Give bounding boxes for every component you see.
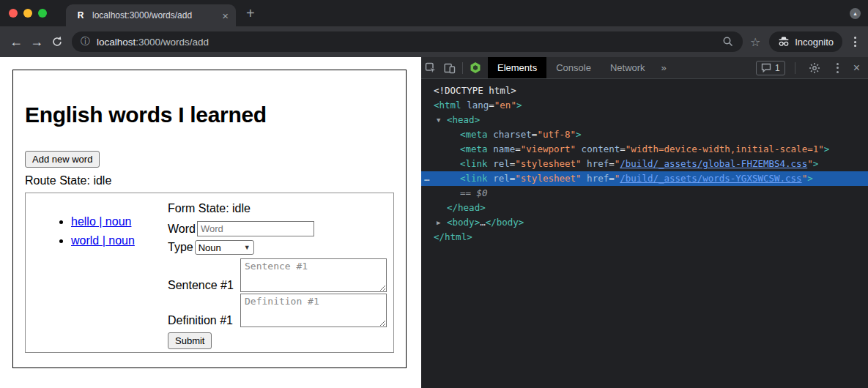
nodejs-extension-icon[interactable]	[466, 59, 485, 78]
code-token: </body>	[486, 217, 524, 228]
dom-tree-line[interactable]: <meta charset="utf-8">	[421, 127, 868, 142]
dom-tree-line[interactable]: …<link rel="stylesheet" href="/build/_as…	[421, 171, 868, 186]
definition-label: Definition #1	[168, 314, 239, 327]
devtools-menu-icon[interactable]	[831, 60, 845, 76]
dom-tree: <!DOCTYPE html><html lang="en">▼<head><m…	[421, 79, 868, 388]
code-token: =	[515, 143, 521, 154]
incognito-badge: Incognito	[769, 31, 842, 52]
words-panel: hello | nounworld | noun Form State: idl…	[25, 193, 394, 353]
code-token: >	[824, 143, 830, 154]
address-bar[interactable]: ⓘ localhost:3000/words/add	[72, 31, 743, 52]
collapse-arrow-icon[interactable]: ▶	[437, 215, 440, 230]
window-controls	[0, 9, 59, 18]
device-toolbar-icon[interactable]	[440, 59, 459, 78]
browser-menu-icon[interactable]	[848, 34, 862, 50]
code-token: "en"	[494, 100, 516, 111]
devtools-tab-network[interactable]: Network	[601, 57, 655, 78]
dom-tree-line[interactable]: <html lang="en">	[421, 98, 868, 113]
code-token: >	[813, 158, 819, 169]
sentence-textarea[interactable]	[240, 258, 387, 292]
word-list-item: world | noun	[71, 234, 168, 247]
more-actions-icon[interactable]: …	[424, 171, 431, 185]
code-token: "	[807, 158, 813, 169]
stylesheet-link[interactable]: /build/_assets/global-FHZEMBS4.css	[620, 158, 807, 169]
tab-strip: R localhost:3000/words/add × + ▲	[0, 0, 868, 26]
reload-button[interactable]	[47, 31, 67, 52]
code-token: <meta	[460, 143, 488, 154]
browser-tab[interactable]: R localhost:3000/words/add ×	[66, 4, 236, 26]
word-input[interactable]	[197, 221, 314, 236]
code-token: <head>	[447, 114, 480, 125]
devtools-settings-icon[interactable]	[805, 59, 824, 78]
word-link[interactable]: hello | noun	[71, 215, 131, 228]
toolbar-divider	[462, 62, 463, 74]
url-text: localhost:3000/words/add	[97, 37, 209, 48]
page-title: English words I learned	[25, 102, 406, 127]
code-token: charset	[488, 129, 532, 140]
dom-tree-line[interactable]: </html>	[421, 230, 868, 245]
code-token: href	[582, 158, 609, 169]
code-token: "stylesheet"	[515, 158, 581, 169]
update-icon[interactable]: ▲	[850, 8, 861, 19]
devtools-toolbar: ElementsConsoleNetwork » 1	[421, 57, 868, 79]
code-token: <link	[460, 173, 488, 184]
app-container: English words I learned Add new word Rou…	[12, 70, 407, 368]
new-tab-button[interactable]: +	[243, 6, 258, 20]
dom-tree-line[interactable]: <meta name="viewport" content="width=dev…	[421, 142, 868, 157]
dom-tree-line[interactable]: </head>	[421, 201, 868, 215]
form-state-text: Form State: idle	[168, 202, 393, 215]
devtools-tab-elements[interactable]: Elements	[488, 57, 546, 78]
back-button[interactable]: ←	[6, 31, 26, 52]
devtools-panel: ElementsConsoleNetwork » 1	[421, 57, 868, 388]
code-token: "viewport"	[521, 143, 576, 154]
route-state-text: Route State: idle	[25, 174, 406, 187]
code-token: <!DOCTYPE html>	[434, 85, 516, 96]
devtools-tab-console[interactable]: Console	[546, 57, 601, 78]
code-token: <link	[460, 158, 488, 169]
dom-tree-line[interactable]: ▼<head>	[421, 113, 868, 127]
stylesheet-link[interactable]: /build/_assets/words-YGXSWCSW.css	[620, 173, 801, 184]
forward-button[interactable]: →	[26, 31, 47, 52]
add-new-word-button[interactable]: Add new word	[25, 151, 100, 168]
type-select[interactable]: Noun ▼	[195, 240, 254, 255]
type-label: Type	[168, 241, 193, 254]
code-token: =	[489, 100, 494, 111]
word-form: Form State: idle Word Type Noun ▼	[168, 193, 393, 352]
inspect-element-icon[interactable]	[421, 59, 440, 78]
more-tabs-icon[interactable]: »	[655, 57, 673, 78]
browser-window: R localhost:3000/words/add × + ▲ ← → ⓘ l…	[0, 0, 868, 388]
tab-close-icon[interactable]: ×	[220, 10, 230, 21]
page-info-icon[interactable]: ⓘ	[81, 35, 90, 48]
dom-tree-line[interactable]: <!DOCTYPE html>	[421, 83, 868, 98]
word-list-column: hello | nounworld | noun	[26, 193, 168, 352]
devtools-close-icon[interactable]: ×	[851, 61, 862, 75]
code-token: content	[576, 143, 620, 154]
dom-tree-line[interactable]: ▶<body>…</body>	[421, 215, 868, 230]
url-host: localhost	[97, 37, 136, 48]
code-token: <body>	[447, 217, 480, 228]
minimize-window-button[interactable]	[23, 9, 32, 18]
bookmark-star-icon[interactable]: ☆	[747, 35, 763, 49]
word-link[interactable]: world | noun	[71, 234, 135, 247]
issues-counter[interactable]: 1	[756, 61, 785, 75]
code-token: …	[480, 217, 486, 228]
code-token: =	[609, 173, 615, 184]
dom-tree-line[interactable]: <link rel="stylesheet" href="/build/_ass…	[421, 157, 868, 171]
web-page: English words I learned Add new word Rou…	[0, 57, 421, 388]
code-token: "utf-8"	[537, 129, 576, 140]
type-select-value: Noun	[199, 242, 221, 253]
expand-arrow-icon[interactable]: ▼	[437, 113, 440, 127]
definition-textarea[interactable]	[240, 294, 387, 327]
dom-tree-line[interactable]: == $0	[421, 186, 868, 201]
code-token: >	[516, 100, 522, 111]
submit-button[interactable]: Submit	[168, 332, 212, 349]
close-window-button[interactable]	[9, 9, 18, 18]
code-token: == $0	[460, 187, 488, 198]
chevron-down-icon: ▼	[244, 244, 251, 251]
browser-toolbar: ← → ⓘ localhost:3000/words/add ☆	[0, 26, 868, 57]
code-token: lang	[461, 100, 489, 111]
code-token: >	[807, 173, 813, 184]
issues-bubble-icon	[761, 63, 771, 72]
zoom-icon[interactable]	[722, 36, 734, 48]
maximize-window-button[interactable]	[38, 9, 47, 18]
